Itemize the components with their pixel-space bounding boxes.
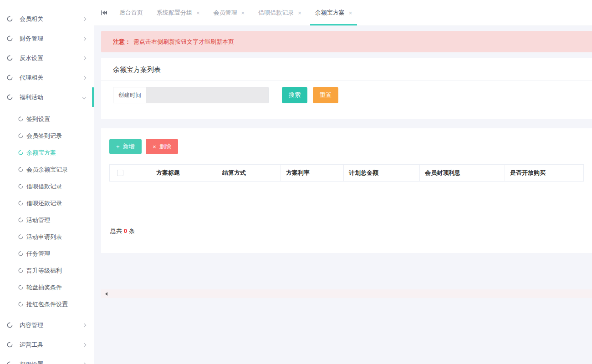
circle-icon: [7, 342, 13, 348]
sidebar-subitem-label: 余额宝方案: [26, 149, 56, 157]
create-time-input[interactable]: [146, 87, 268, 103]
column-header-open-for-purchase: 是否开放购买: [505, 165, 584, 182]
total-count-line: 总共0条: [109, 227, 584, 235]
tab-label: 后台首页: [119, 9, 143, 17]
sidebar-subitem-task-mgmt[interactable]: 任务管理: [0, 245, 94, 262]
circle-icon: [7, 55, 13, 61]
select-all-checkbox[interactable]: [117, 170, 123, 176]
page-title: 余额宝方案列表: [101, 58, 592, 81]
circle-icon: [18, 268, 23, 273]
sidebar-item-label: 权限设置: [20, 360, 83, 364]
tab-member-mgmt[interactable]: 会员管理 ×: [209, 0, 250, 25]
sidebar-subitem-label: 会员余额宝记录: [26, 166, 68, 174]
add-button[interactable]: +新增: [109, 139, 142, 154]
table-actions: +新增 ×删除: [109, 139, 584, 154]
sidebar-item-label: 会员相关: [20, 15, 83, 23]
main-content: 注意：需点击右侧刷新按钮文字才能刷新本页 余额宝方案列表 创建时间 搜索 重置 …: [94, 26, 592, 364]
circle-icon: [18, 217, 23, 222]
sidebar-subitem-label: 轮盘抽奖条件: [26, 283, 62, 292]
tab-loan-records[interactable]: 借呗借款记录 ×: [253, 0, 306, 25]
sidebar-item-label: 内容管理: [20, 321, 83, 329]
search-panel: 余额宝方案列表 创建时间 搜索 重置: [101, 58, 592, 119]
circle-icon: [18, 116, 23, 121]
tab-system-config-group[interactable]: 系统配置分组 ×: [152, 0, 205, 25]
sidebar-item-permission[interactable]: 权限设置: [0, 354, 94, 364]
x-icon: ×: [153, 143, 156, 150]
circle-icon: [7, 75, 13, 81]
circle-icon: [18, 133, 23, 138]
sidebar-subitem-redpacket-settings[interactable]: 抢红包条件设置: [0, 296, 94, 313]
sidebar-subitem-label: 活动管理: [26, 216, 50, 224]
circle-icon: [7, 16, 13, 22]
tab-bar: 后台首页 系统配置分组 × 会员管理 × 借呗借款记录 × 余额宝方案 ×: [94, 0, 592, 26]
notice-text: 需点击右侧刷新按钮文字才能刷新本页: [133, 38, 234, 45]
circle-icon: [18, 285, 23, 290]
search-button[interactable]: 搜索: [282, 87, 307, 103]
sidebar-subitem-signin-records[interactable]: 会员签到记录: [0, 127, 94, 144]
sidebar-subitem-wheel-lottery[interactable]: 轮盘抽奖条件: [0, 279, 94, 296]
circle-icon: [7, 94, 13, 100]
tab-label: 系统配置分组: [157, 9, 192, 17]
tab-close-icon[interactable]: ×: [196, 10, 200, 16]
tab-yuebao-plan[interactable]: 余额宝方案 ×: [310, 0, 357, 25]
chevron-right-icon: [82, 343, 86, 346]
sidebar-item-label: 运营工具: [20, 341, 83, 349]
scroll-left-arrow-icon[interactable]: [105, 292, 107, 296]
table-panel: +新增 ×删除 方案标题 结算方式 方案利率 计划总金额 会员封顶利息 是否开放…: [101, 128, 592, 253]
sidebar-subitem-level-welfare[interactable]: 晋升等级福利: [0, 262, 94, 279]
sidebar-item-welfare[interactable]: 福利活动: [0, 87, 94, 107]
sidebar-item-agent[interactable]: 代理相关: [0, 68, 94, 87]
sidebar-subitem-label: 借呗借款记录: [26, 182, 62, 191]
circle-icon: [18, 234, 23, 239]
table-header-row: 方案标题 结算方式 方案利率 计划总金额 会员封顶利息 是否开放购买: [110, 165, 584, 182]
tab-label: 会员管理: [214, 9, 237, 17]
sidebar-item-operation-tools[interactable]: 运营工具: [0, 335, 94, 354]
notice-prefix: 注意：: [113, 38, 131, 45]
circle-icon: [7, 322, 13, 328]
tab-home[interactable]: 后台首页: [114, 0, 148, 25]
circle-icon: [7, 35, 13, 41]
sidebar-item-finance[interactable]: 财务管理: [0, 29, 94, 48]
sidebar-subitem-yuebao-plan[interactable]: 余额宝方案: [0, 144, 94, 161]
column-header-total-amount: 计划总金额: [344, 165, 420, 182]
delete-button[interactable]: ×删除: [146, 139, 178, 154]
total-prefix: 总共: [110, 228, 122, 234]
sidebar-subitem-label: 签到设置: [26, 115, 50, 123]
sidebar-item-rebate[interactable]: 反水设置: [0, 48, 94, 68]
tab-close-icon[interactable]: ×: [349, 10, 352, 16]
circle-icon: [18, 201, 23, 206]
sidebar-subitem-signin-settings[interactable]: 签到设置: [0, 111, 94, 127]
chevron-down-icon: [82, 95, 86, 99]
sidebar-subitem-label: 晋升等级福利: [26, 267, 62, 275]
tab-label: 余额宝方案: [315, 9, 345, 17]
sidebar-item-label: 反水设置: [20, 54, 83, 62]
chevron-right-icon: [82, 17, 86, 20]
circle-icon: [18, 184, 23, 189]
tab-close-icon[interactable]: ×: [298, 10, 301, 16]
total-count: 0: [124, 228, 127, 234]
sidebar-subitem-repay-records[interactable]: 借呗还款记录: [0, 195, 94, 212]
sidebar-subitem-label: 会员签到记录: [26, 132, 62, 140]
column-header-member-cap-interest: 会员封顶利息: [420, 165, 505, 182]
sidebar-subitem-activity-mgmt[interactable]: 活动管理: [0, 212, 94, 228]
sidebar: 会员相关 财务管理 反水设置 代理相关 福利活动 签到设置 会员签到记录 余额宝…: [0, 0, 94, 364]
notice-banner: 注意：需点击右侧刷新按钮文字才能刷新本页: [101, 31, 592, 52]
circle-icon: [18, 302, 23, 307]
tab-close-icon[interactable]: ×: [241, 10, 245, 16]
chevron-right-icon: [82, 36, 86, 40]
circle-icon: [18, 251, 23, 256]
collapse-tabs-icon[interactable]: [101, 0, 107, 25]
create-time-label: 创建时间: [113, 87, 146, 103]
sidebar-item-member[interactable]: 会员相关: [0, 9, 94, 29]
column-header-plan-title: 方案标题: [151, 165, 217, 182]
active-section-accent-bar: [92, 87, 94, 107]
reset-button[interactable]: 重置: [313, 87, 338, 103]
sidebar-subitem-yuebao-records[interactable]: 会员余额宝记录: [0, 161, 94, 178]
chevron-right-icon: [82, 76, 86, 79]
sidebar-subitem-activity-apply[interactable]: 活动申请列表: [0, 228, 94, 245]
horizontal-scrollbar[interactable]: [101, 289, 592, 298]
tab-label: 借呗借款记录: [258, 9, 294, 17]
sidebar-item-content[interactable]: 内容管理: [0, 315, 94, 335]
sidebar-subitem-loan-records[interactable]: 借呗借款记录: [0, 178, 94, 195]
sidebar-item-label: 福利活动: [20, 93, 83, 101]
